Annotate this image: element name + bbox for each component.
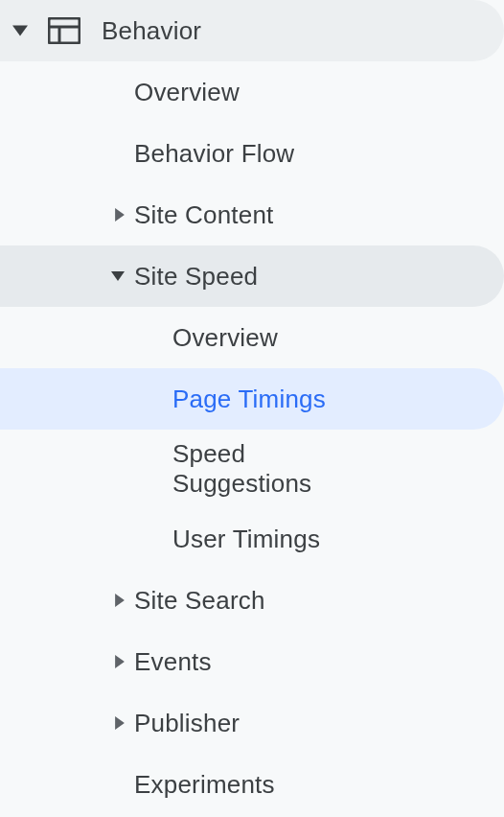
nav-item-publisher[interactable]: Publisher [0,692,504,754]
nav-subitem-label: Page Timings [172,385,481,414]
nav-item-overview[interactable]: Overview [0,61,504,123]
chevron-right-icon [88,208,134,222]
nav-item-site-content[interactable]: Site Content [0,184,504,245]
nav-item-behavior-flow[interactable]: Behavior Flow [0,123,504,184]
nav-section-behavior[interactable]: Behavior [0,0,504,61]
nav-item-experiments[interactable]: Experiments [0,754,504,815]
nav-subitem-user-timings[interactable]: User Timings [0,508,504,570]
chevron-down-icon [0,25,40,36]
nav-item-events[interactable]: Events [0,631,504,692]
nav-item-label: Overview [134,78,481,107]
nav-item-label: Events [134,647,481,677]
nav-subitem-label: Overview [172,323,481,353]
nav-item-site-speed[interactable]: Site Speed [0,245,504,307]
nav-item-label: Experiments [134,770,481,800]
chevron-right-icon [88,655,134,668]
nav-subitem-site-speed-overview[interactable]: Overview [0,307,504,368]
nav-item-site-search[interactable]: Site Search [0,570,504,631]
nav-subitem-label: Speed Suggestions [172,439,481,499]
nav-item-label: Site Content [134,200,481,230]
behavior-icon [40,17,88,44]
chevron-down-icon [88,271,134,281]
nav-item-label: Site Speed [134,262,481,292]
nav-subitem-label: User Timings [172,525,481,554]
nav-subitem-speed-suggestions[interactable]: Speed Suggestions [0,430,504,508]
svg-rect-0 [49,18,80,43]
nav-section-label: Behavior [88,16,481,46]
nav-subitem-page-timings[interactable]: Page Timings [0,368,504,430]
nav-item-label: Site Search [134,586,481,616]
chevron-right-icon [88,716,134,730]
nav-item-label: Publisher [134,709,481,738]
chevron-right-icon [88,594,134,607]
sidebar-nav: Behavior Overview Behavior Flow Site Con… [0,0,504,815]
nav-item-label: Behavior Flow [134,139,481,169]
